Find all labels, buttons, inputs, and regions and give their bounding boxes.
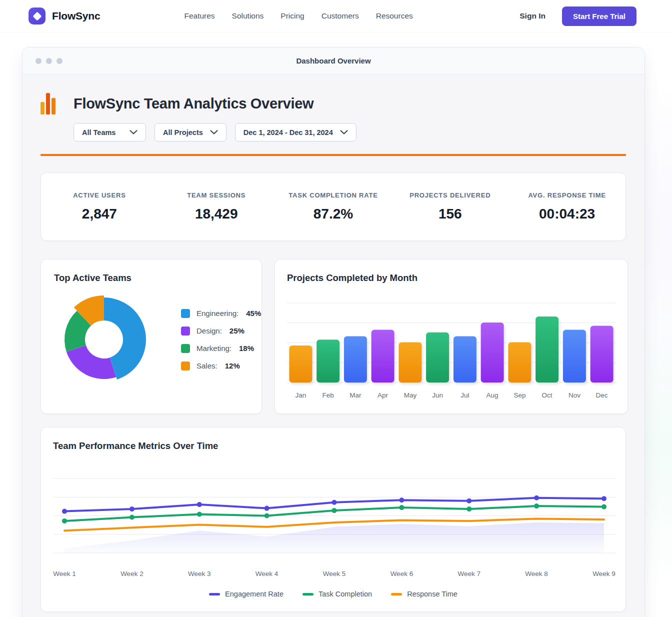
- svg-text:Week 9: Week 9: [592, 570, 616, 578]
- line-chart-legend: Engagement RateTask CompletionResponse T…: [53, 590, 614, 598]
- card-title: Top Active Teams: [54, 272, 248, 284]
- legend-item: Design:25%: [181, 326, 261, 336]
- svg-text:Dec: Dec: [596, 392, 608, 399]
- legend-label: Design:: [196, 326, 222, 335]
- legend-swatch: [391, 593, 402, 596]
- kpi-stats-card: ACTIVE USERS 2,847 TEAM SESSIONS 18,429 …: [40, 172, 626, 241]
- window-control-dot[interactable]: [46, 58, 52, 64]
- chevron-down-icon: [340, 130, 348, 134]
- legend-label: Marketing:: [196, 344, 232, 352]
- window-title: Dashboard Overview: [296, 56, 370, 65]
- charts-row: Top Active Teams Engineering:45%Design:2…: [40, 259, 626, 414]
- accent-divider: [40, 154, 626, 156]
- stat-active-users: ACTIVE USERS 2,847: [41, 192, 158, 222]
- svg-text:Week 6: Week 6: [390, 570, 414, 578]
- legend-swatch: [181, 326, 190, 336]
- svg-text:Week 8: Week 8: [525, 570, 548, 578]
- svg-text:Oct: Oct: [542, 392, 552, 399]
- nav-item-pricing[interactable]: Pricing: [280, 12, 304, 20]
- performance-line-chart: Week 1Week 2Week 3Week 4Week 5Week 6Week…: [53, 457, 616, 582]
- stat-label: PROJECTS DELIVERED: [392, 192, 508, 199]
- legend-item: Engagement Rate: [209, 590, 284, 598]
- svg-text:May: May: [404, 392, 417, 399]
- dashboard-window: Dashboard Overview FlowSync Team Analyti…: [22, 47, 645, 617]
- legend-label: Sales:: [196, 362, 218, 370]
- window-control-dot[interactable]: [56, 58, 62, 64]
- legend-value: 12%: [225, 362, 240, 370]
- brand-name: FlowSync: [52, 10, 100, 22]
- teams-donut-chart: [54, 290, 154, 390]
- legend-item: Task Completion: [302, 590, 372, 598]
- legend-label: Engineering:: [196, 309, 238, 318]
- nav-item-features[interactable]: Features: [184, 12, 214, 20]
- stat-avg-response-time: AVG. RESPONSE TIME 00:04:23: [508, 192, 626, 222]
- stat-label: ACTIVE USERS: [41, 192, 158, 199]
- svg-text:Nov: Nov: [568, 392, 580, 399]
- legend-value: 25%: [230, 326, 244, 335]
- projects-filter-dropdown[interactable]: All Projects: [154, 123, 226, 142]
- stat-team-sessions: TEAM SESSIONS 18,429: [158, 192, 275, 222]
- window-titlebar: Dashboard Overview: [22, 48, 644, 74]
- window-content: FlowSync Team Analytics Overview All Tea…: [22, 74, 644, 612]
- stat-value: 2,847: [41, 206, 158, 222]
- date-range-filter-dropdown[interactable]: Dec 1, 2024 - Dec 31, 2024: [235, 123, 356, 142]
- svg-text:Week 7: Week 7: [458, 570, 481, 578]
- window-controls: [36, 58, 62, 64]
- projects-by-month-card: Projects Completed by Month JanFebMarApr…: [274, 259, 628, 414]
- nav-right-group: Sign In Start Free Trial: [520, 6, 636, 26]
- legend-swatch: [181, 362, 190, 370]
- filter-bar: All Teams All Projects Dec 1, 2024 - Dec…: [74, 123, 626, 142]
- performance-metrics-card: Team Performance Metrics Over Time Week …: [40, 427, 626, 612]
- stat-task-completion-rate: TASK COMPLETION RATE 87.2%: [275, 192, 392, 222]
- date-range-value: Dec 1, 2024 - Dec 31, 2024: [244, 128, 333, 136]
- nav-links: Features Solutions Pricing Customers Res…: [184, 12, 412, 20]
- legend-value: 45%: [246, 309, 261, 318]
- projects-bar-chart: JanFebMarAprMayJunJulAugSepOctNovDec: [287, 294, 616, 402]
- svg-text:Feb: Feb: [322, 392, 334, 399]
- svg-text:Sep: Sep: [514, 392, 526, 399]
- svg-text:Aug: Aug: [486, 392, 498, 399]
- stat-label: AVG. RESPONSE TIME: [508, 192, 626, 199]
- top-navbar: FlowSync Features Solutions Pricing Cust…: [0, 0, 672, 32]
- svg-text:Week 4: Week 4: [256, 570, 278, 578]
- svg-text:Jun: Jun: [432, 392, 443, 399]
- page-header: FlowSync Team Analytics Overview: [40, 92, 626, 114]
- legend-value: 18%: [239, 344, 254, 352]
- legend-swatch: [209, 593, 220, 596]
- nav-item-resources[interactable]: Resources: [376, 12, 413, 20]
- svg-text:Apr: Apr: [378, 392, 388, 399]
- page-title: FlowSync Team Analytics Overview: [74, 96, 314, 112]
- legend-item: Sales:12%: [181, 362, 261, 370]
- projects-filter-value: All Projects: [163, 128, 203, 136]
- svg-text:Week 3: Week 3: [188, 570, 211, 578]
- legend-item: Engineering:45%: [181, 309, 261, 318]
- legend-swatch: [181, 344, 190, 353]
- svg-text:Week 1: Week 1: [53, 570, 76, 578]
- nav-item-solutions[interactable]: Solutions: [232, 12, 264, 20]
- stat-value: 18,429: [158, 206, 275, 222]
- top-active-teams-card: Top Active Teams Engineering:45%Design:2…: [40, 259, 262, 414]
- legend-item: Response Time: [391, 590, 458, 598]
- stat-value: 00:04:23: [508, 206, 626, 222]
- sign-in-link[interactable]: Sign In: [520, 12, 546, 20]
- brand-logo[interactable]: FlowSync: [28, 8, 100, 24]
- stat-projects-delivered: PROJECTS DELIVERED 156: [392, 192, 508, 222]
- svg-text:Week 2: Week 2: [120, 570, 144, 578]
- chevron-down-icon: [210, 130, 218, 134]
- teams-filter-dropdown[interactable]: All Teams: [74, 123, 146, 142]
- svg-text:Week 5: Week 5: [323, 570, 346, 578]
- start-free-trial-button[interactable]: Start Free Trial: [562, 6, 636, 26]
- window-control-dot[interactable]: [36, 58, 42, 64]
- flowsync-logo-icon: [28, 8, 46, 24]
- legend-swatch: [302, 593, 314, 596]
- legend-swatch: [181, 309, 190, 318]
- stat-label: TASK COMPLETION RATE: [275, 192, 392, 199]
- bar-chart-icon: [40, 92, 56, 114]
- card-title: Team Performance Metrics Over Time: [53, 440, 614, 452]
- nav-item-customers[interactable]: Customers: [322, 12, 359, 20]
- chevron-down-icon: [130, 130, 138, 134]
- legend-label: Response Time: [407, 590, 458, 598]
- donut-legend: Engineering:45%Design:25%Marketing:18%Sa…: [181, 309, 261, 370]
- donut-chart-body: Engineering:45%Design:25%Marketing:18%Sa…: [54, 290, 248, 390]
- legend-label: Task Completion: [318, 590, 372, 598]
